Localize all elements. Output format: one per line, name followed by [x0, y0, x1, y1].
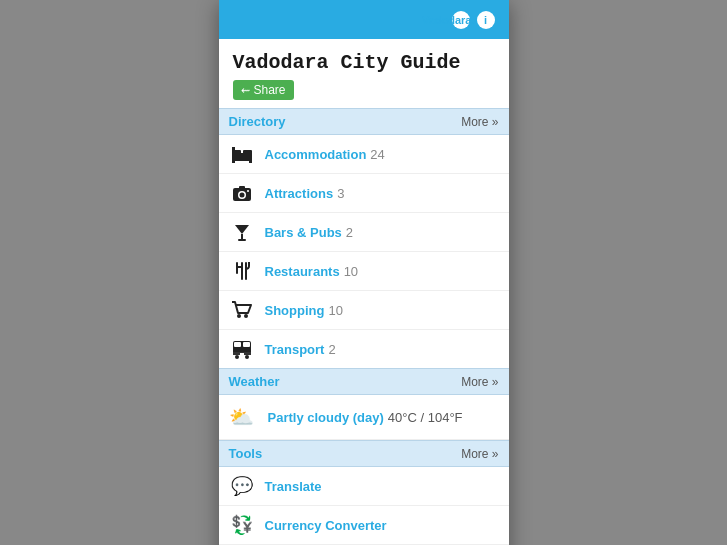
- svg-rect-2: [243, 150, 252, 156]
- accommodation-count: 24: [370, 147, 384, 162]
- directory-item-transport[interactable]: Transport 2: [219, 330, 509, 368]
- shopping-label: Shopping: [265, 303, 325, 318]
- tools-more-link[interactable]: More: [461, 447, 498, 461]
- directory-item-shopping[interactable]: Shopping 10: [219, 291, 509, 330]
- currency-icon: 💱: [229, 514, 255, 536]
- svg-point-26: [235, 355, 239, 359]
- share-icon: ⇜: [241, 84, 250, 97]
- tools-section-header: Tools More: [219, 440, 509, 467]
- attractions-label: Attractions: [265, 186, 334, 201]
- phone-frame: Vadodara.mobi i Vadodara City Guide ⇜ Sh…: [219, 0, 509, 545]
- directory-list: Accommodation 24 Attractions 3: [219, 135, 509, 368]
- directory-item-accommodation[interactable]: Accommodation 24: [219, 135, 509, 174]
- bus-icon: [229, 338, 255, 360]
- svg-rect-28: [240, 353, 244, 355]
- camera-icon: [229, 182, 255, 204]
- svg-point-21: [244, 314, 248, 318]
- header-bar: Vadodara.mobi i: [219, 0, 509, 39]
- share-label: Share: [254, 83, 286, 97]
- share-button[interactable]: ⇜ Share: [233, 80, 294, 100]
- logo-symbol: i: [477, 11, 495, 29]
- svg-rect-12: [241, 234, 243, 239]
- shopping-count: 10: [328, 303, 342, 318]
- bars-label: Bars & Pubs: [265, 225, 342, 240]
- svg-marker-11: [235, 225, 249, 234]
- weather-icon: ⛅: [229, 405, 254, 429]
- tools-item-translate[interactable]: 💬 Translate: [219, 467, 509, 506]
- svg-rect-24: [243, 342, 250, 347]
- svg-point-20: [237, 314, 241, 318]
- weather-item[interactable]: ⛅ Partly cloudy (day) 40°C / 104°F: [219, 395, 509, 440]
- restaurants-label: Restaurants: [265, 264, 340, 279]
- translate-label: Translate: [265, 479, 322, 494]
- currency-label: Currency Converter: [265, 518, 387, 533]
- directory-more-link[interactable]: More: [461, 115, 498, 129]
- attractions-count: 3: [337, 186, 344, 201]
- shopping-cart-icon: [229, 299, 255, 321]
- directory-item-bars[interactable]: Bars & Pubs 2: [219, 213, 509, 252]
- svg-point-27: [245, 355, 249, 359]
- svg-rect-5: [232, 147, 235, 159]
- transport-label: Transport: [265, 342, 325, 357]
- svg-rect-23: [234, 342, 241, 347]
- directory-title: Directory: [229, 114, 286, 129]
- cocktail-icon: [229, 221, 255, 243]
- weather-title: Weather: [229, 374, 280, 389]
- weather-more-link[interactable]: More: [461, 375, 498, 389]
- svg-rect-17: [241, 268, 243, 280]
- weather-section-header: Weather More: [219, 368, 509, 395]
- page-title-section: Vadodara City Guide ⇜ Share: [219, 39, 509, 108]
- page-title: Vadodara City Guide: [233, 51, 495, 74]
- directory-item-restaurants[interactable]: Restaurants 10: [219, 252, 509, 291]
- directory-item-attractions[interactable]: Attractions 3: [219, 174, 509, 213]
- tools-title: Tools: [229, 446, 263, 461]
- fork-knife-icon: [229, 260, 255, 282]
- svg-rect-3: [232, 159, 235, 163]
- tools-item-currency[interactable]: 💱 Currency Converter: [219, 506, 509, 545]
- svg-rect-13: [238, 239, 246, 241]
- weather-description: Partly cloudy (day): [268, 410, 384, 425]
- svg-rect-19: [245, 269, 247, 280]
- bed-icon: [229, 143, 255, 165]
- tools-list: 💬 Translate 💱 Currency Converter: [219, 467, 509, 545]
- svg-point-8: [239, 193, 244, 198]
- weather-temperature: 40°C / 104°F: [388, 410, 463, 425]
- translate-icon: 💬: [229, 475, 255, 497]
- svg-point-10: [247, 190, 249, 192]
- svg-rect-4: [249, 159, 252, 163]
- accommodation-label: Accommodation: [265, 147, 367, 162]
- app-logo: Vadodara.mobi i: [450, 10, 494, 29]
- logo-text: Vadodara.mobi: [452, 11, 470, 29]
- restaurants-count: 10: [344, 264, 358, 279]
- bars-count: 2: [346, 225, 353, 240]
- svg-rect-9: [239, 186, 245, 189]
- directory-section-header: Directory More: [219, 108, 509, 135]
- transport-count: 2: [328, 342, 335, 357]
- svg-rect-16: [236, 266, 243, 268]
